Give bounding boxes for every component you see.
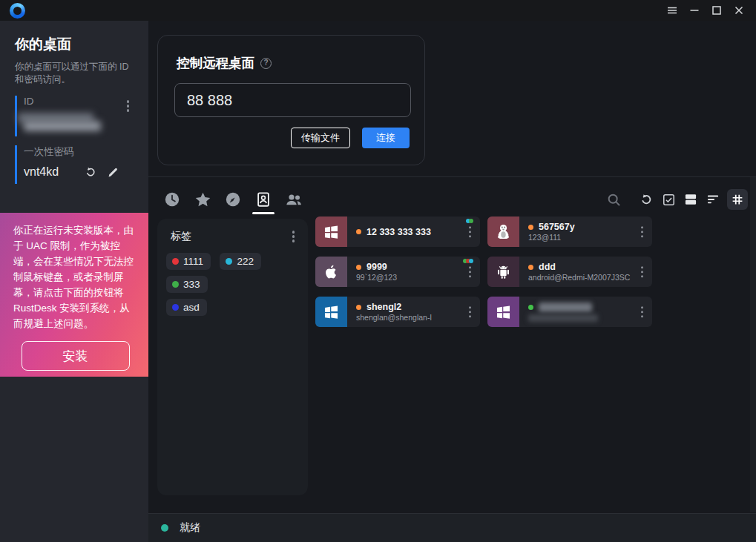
- tab-address-book[interactable]: [254, 191, 272, 208]
- peer-subtitle: 123@111: [528, 233, 575, 242]
- tab-recent-sessions[interactable]: [163, 191, 181, 208]
- maximize-button[interactable]: [706, 0, 728, 21]
- main-area: 控制远程桌面 ? 传输文件 连接: [148, 21, 756, 542]
- tag-chip[interactable]: 1111: [166, 253, 211, 270]
- remote-id-input[interactable]: [174, 83, 411, 117]
- id-section: ID: [15, 96, 148, 136]
- windows-icon: [487, 297, 519, 327]
- status-dot: [356, 265, 361, 270]
- tags-menu-kebab-icon[interactable]: [289, 228, 298, 245]
- tags-title: 标签: [171, 230, 191, 243]
- sidebar-title: 你的桌面: [15, 35, 134, 54]
- install-notice-text: 你正在运行未安装版本，由于 UAC 限制，作为被控端，会在某些情况下无法控制鼠标…: [13, 222, 137, 331]
- one-time-password-section: 一次性密码 vnt4kd: [15, 145, 148, 184]
- tags-panel: 标签 1111 222 333 asd: [157, 219, 308, 495]
- status-dot: [528, 225, 533, 230]
- windows-icon: [315, 217, 347, 247]
- apple-icon: [315, 257, 347, 287]
- connect-title: 控制远程桌面: [177, 54, 254, 72]
- peer-subtitle: android@Redmi-M2007J3SC: [528, 273, 630, 282]
- peer-name: ddd: [539, 262, 556, 272]
- status-dot: [356, 229, 361, 234]
- tag-list: 1111 222 333 asd: [163, 250, 302, 319]
- status-dot: [528, 305, 533, 310]
- rustdesk-logo-icon: [10, 3, 25, 19]
- linux-icon: [487, 217, 519, 247]
- tag-label: asd: [183, 302, 200, 313]
- edit-password-icon[interactable]: [107, 165, 119, 179]
- help-icon[interactable]: ?: [260, 58, 272, 69]
- peer-menu-kebab-icon[interactable]: [466, 303, 475, 321]
- status-bar: 就绪: [148, 513, 756, 542]
- sidebar-description: 你的桌面可以通过下面的 ID 和密码访问。: [15, 61, 135, 86]
- password-label: 一次性密码: [24, 145, 74, 159]
- peer-tabs: [163, 191, 303, 208]
- control-remote-desktop-card: 控制远程桌面 ? 传输文件 连接: [157, 35, 425, 165]
- peer-card[interactable]: 12 333 333 333: [315, 217, 480, 247]
- tag-chip[interactable]: 222: [220, 253, 261, 270]
- id-menu-kebab-icon[interactable]: [124, 97, 133, 115]
- sidebar: 你的桌面 你的桌面可以通过下面的 ID 和密码访问。 ID 一次性密码 vnt4…: [0, 21, 148, 542]
- tag-chip[interactable]: asd: [166, 299, 207, 316]
- tab-favorites[interactable]: [194, 191, 211, 208]
- tab-group[interactable]: [285, 191, 303, 208]
- install-notice-panel: 你正在运行未安装版本，由于 UAC 限制，作为被控端，会在某些情况下无法控制鼠标…: [0, 213, 148, 377]
- peer-name-redacted: [539, 303, 592, 312]
- peer-subtitle: shenglan@shenglan-l: [356, 313, 432, 322]
- tag-label: 1111: [183, 256, 203, 267]
- peers-toolbar: [148, 183, 756, 216]
- peer-name: shengl2: [367, 302, 401, 312]
- peer-menu-kebab-icon[interactable]: [466, 223, 475, 241]
- title-bar: [0, 0, 756, 21]
- select-checkbox-icon[interactable]: [660, 191, 677, 208]
- tag-color-dot: [172, 258, 179, 265]
- tag-label: 333: [183, 279, 200, 290]
- status-dot: [161, 524, 168, 532]
- peer-name: 567567y: [539, 222, 575, 232]
- transfer-file-button[interactable]: 传输文件: [291, 128, 350, 148]
- peer-subtitle-redacted: [528, 314, 598, 322]
- android-icon: [487, 257, 519, 287]
- refresh-icon[interactable]: [638, 191, 654, 208]
- peer-menu-kebab-icon[interactable]: [638, 263, 647, 281]
- tag-color-dot: [172, 304, 179, 311]
- peer-name: 12 333 333 333: [367, 227, 431, 237]
- peer-menu-kebab-icon[interactable]: [466, 263, 475, 281]
- peer-card[interactable]: [487, 297, 652, 327]
- id-value-redacted: [24, 113, 148, 136]
- tag-color-dot: [172, 281, 179, 288]
- peer-card[interactable]: ddd android@Redmi-M2007J3SC: [487, 257, 652, 287]
- peer-card[interactable]: shengl2 shenglan@shenglan-l: [315, 297, 480, 327]
- tag-label: 222: [237, 256, 254, 267]
- scrollbar[interactable]: [750, 177, 756, 512]
- id-label: ID: [24, 96, 34, 107]
- peer-subtitle: 99`12@123: [356, 273, 397, 282]
- tab-discovered[interactable]: [224, 191, 242, 208]
- peer-card[interactable]: 567567y 123@111: [487, 217, 652, 247]
- card-view-icon[interactable]: [683, 191, 699, 208]
- peer-name: 9999: [367, 262, 387, 272]
- status-text: 就绪: [180, 521, 200, 535]
- peer-grid: 12 333 333 333 567567y 123@111: [315, 217, 657, 327]
- peer-menu-kebab-icon[interactable]: [638, 303, 647, 321]
- peer-actions: [605, 189, 748, 210]
- connect-button[interactable]: 连接: [362, 128, 410, 148]
- status-dot: [356, 305, 361, 310]
- menu-icon[interactable]: [661, 0, 683, 21]
- tag-color-dot: [226, 258, 232, 265]
- close-button[interactable]: [728, 0, 750, 21]
- status-dot: [528, 265, 533, 270]
- peer-card[interactable]: 9999 99`12@123: [315, 257, 480, 287]
- tag-chip[interactable]: 333: [166, 276, 208, 293]
- window-controls: [661, 0, 750, 21]
- install-button[interactable]: 安装: [22, 341, 130, 371]
- peer-menu-kebab-icon[interactable]: [638, 223, 647, 241]
- sort-icon[interactable]: [705, 191, 721, 208]
- password-value: vnt4kd: [24, 165, 59, 179]
- windows-icon: [315, 297, 347, 327]
- search-icon[interactable]: [605, 191, 622, 208]
- refresh-password-icon[interactable]: [84, 165, 97, 179]
- grid-view-icon[interactable]: [727, 189, 748, 210]
- section-divider: [148, 176, 756, 177]
- minimize-button[interactable]: [683, 0, 706, 21]
